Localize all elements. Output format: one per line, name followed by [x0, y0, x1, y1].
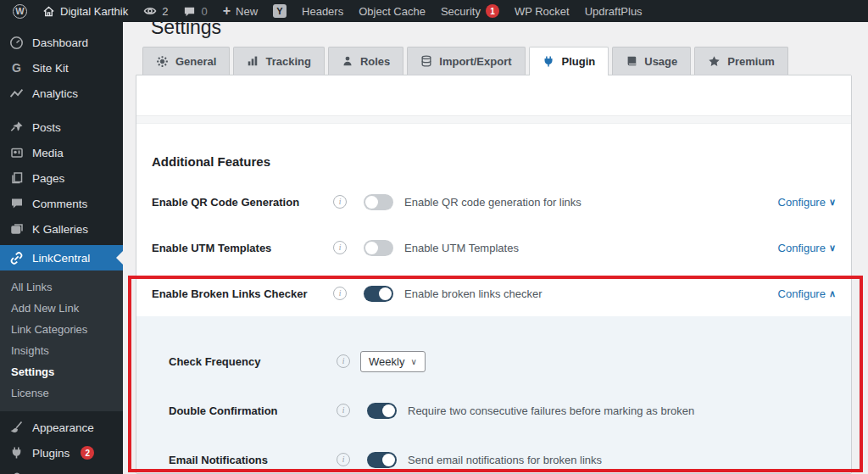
submenu-label: License: [11, 387, 49, 399]
menu-label: Security: [441, 5, 481, 18]
plug-icon: [542, 55, 555, 68]
submenu-label: Add New Link: [11, 302, 79, 315]
chevron-down-icon: ∨: [829, 197, 836, 208]
submenu-item-link-categories[interactable]: Link Categories: [0, 319, 123, 340]
tab-usage[interactable]: Usage: [612, 47, 691, 75]
configure-link-broken-links[interactable]: Configure ∧: [778, 287, 836, 300]
wordpress-logo-icon: W: [13, 4, 27, 19]
submenu-item-add-new-link[interactable]: Add New Link: [0, 298, 123, 319]
bar-chart-icon: [247, 55, 259, 67]
submenu-item-license[interactable]: License: [0, 382, 123, 404]
info-icon[interactable]: i: [337, 453, 350, 466]
sidebar-item-site-kit[interactable]: G Site Kit: [0, 55, 123, 81]
panel-divider: [136, 116, 851, 124]
submenu-label: Insights: [11, 344, 49, 357]
comments-icon: [8, 197, 25, 210]
new-label: New: [236, 5, 258, 18]
info-icon[interactable]: i: [333, 195, 347, 209]
sidebar-item-label: LinkCentral: [32, 252, 90, 265]
toggle-knob: [365, 196, 378, 209]
sidebar-item-linkcentral[interactable]: LinkCentral: [0, 245, 123, 270]
yoast-menu-item[interactable]: Y: [265, 0, 294, 22]
tab-label: Premium: [727, 55, 775, 68]
admin-bar-item-headers[interactable]: Headers: [294, 0, 351, 22]
info-icon[interactable]: i: [333, 241, 347, 254]
menu-label: WP Rocket: [515, 5, 570, 18]
info-icon[interactable]: i: [337, 354, 350, 368]
check-frequency-select[interactable]: Weekly ∨: [360, 351, 426, 372]
submenu-item-all-links[interactable]: All Links: [0, 276, 123, 298]
tab-plugin[interactable]: Plugin: [529, 47, 609, 75]
tab-import-export[interactable]: Import/Export: [407, 47, 525, 75]
admin-bar-item-security[interactable]: Security 1: [433, 0, 507, 22]
sidebar-item-pages[interactable]: Pages: [0, 165, 123, 191]
tab-label: Import/Export: [439, 55, 511, 68]
chevron-down-icon: ∨: [829, 243, 836, 254]
utm-templates-toggle[interactable]: [364, 240, 393, 256]
submenu-item-settings[interactable]: Settings: [0, 361, 123, 382]
admin-bar-item-wp-rocket[interactable]: WP Rocket: [507, 0, 577, 22]
comments-menu-item[interactable]: 0: [175, 0, 214, 22]
sidebar-item-k-galleries[interactable]: K Galleries: [0, 216, 123, 242]
wordpress-menu-button[interactable]: W: [5, 0, 35, 22]
cache-menu-item[interactable]: 2: [136, 0, 175, 22]
double-confirmation-toggle[interactable]: [367, 403, 397, 419]
sidebar-item-users[interactable]: Users: [0, 466, 123, 474]
configure-label: Configure: [778, 287, 826, 300]
tab-label: Plugin: [562, 55, 596, 68]
sidebar-item-label: Analytics: [32, 87, 78, 100]
broken-links-toggle[interactable]: [364, 286, 393, 302]
info-icon[interactable]: i: [337, 404, 350, 417]
tab-premium[interactable]: Premium: [694, 47, 788, 75]
sidebar-item-posts[interactable]: Posts: [0, 114, 123, 140]
tab-tracking[interactable]: Tracking: [233, 47, 324, 75]
tab-label: General: [175, 55, 216, 68]
toggle-knob: [379, 287, 392, 300]
toggle-knob: [365, 242, 378, 254]
cache-refresh-icon: [143, 4, 157, 18]
admin-sidebar: Dashboard G Site Kit Analytics Posts Med…: [0, 22, 123, 474]
feature-row-broken-links: Enable Broken Links Checker i Enable bro…: [136, 270, 851, 316]
database-icon: [420, 55, 432, 67]
sidebar-item-appearance[interactable]: Appearance: [0, 415, 123, 440]
main-content: Settings General Tracking Roles Import/E…: [123, 22, 868, 474]
pages-icon: [8, 171, 25, 185]
chevron-down-icon: ∨: [410, 357, 416, 366]
tab-general[interactable]: General: [142, 47, 230, 75]
menu-label: Object Cache: [359, 5, 426, 18]
configure-link-qr[interactable]: Configure ∨: [778, 196, 836, 209]
qr-code-toggle[interactable]: [364, 194, 393, 210]
sidebar-item-label: Comments: [32, 198, 87, 210]
sidebar-item-analytics[interactable]: Analytics: [0, 81, 123, 106]
security-badge: 1: [486, 4, 499, 18]
tab-label: Usage: [644, 55, 677, 68]
feature-description: Enable QR code generation for links: [404, 196, 581, 209]
configure-label: Configure: [778, 242, 826, 254]
configure-link-utm[interactable]: Configure ∨: [778, 242, 836, 254]
email-notifications-toggle[interactable]: [367, 452, 397, 468]
comment-bubble-icon: [183, 5, 196, 18]
sidebar-item-plugins[interactable]: Plugins 2: [0, 440, 123, 466]
admin-bar-item-updraftplus[interactable]: UpdraftPlus: [577, 0, 650, 22]
sidebar-item-comments[interactable]: Comments: [0, 191, 123, 216]
info-icon[interactable]: i: [333, 287, 347, 300]
tab-label: Roles: [360, 55, 390, 68]
sidebar-item-label: Plugins: [32, 447, 70, 460]
sidebar-item-media[interactable]: Media: [0, 140, 123, 165]
submenu-label: All Links: [11, 281, 52, 293]
new-content-button[interactable]: + New: [215, 0, 265, 22]
tab-roles[interactable]: Roles: [328, 47, 403, 75]
feature-label: Enable UTM Templates: [152, 242, 333, 254]
broken-links-settings-panel: Check Frequency i Weekly ∨ Double Confir…: [136, 316, 851, 474]
setting-row-email-notifications: Email Notifications i Send email notific…: [152, 435, 836, 474]
analytics-icon: [8, 86, 25, 101]
setting-label: Double Confirmation: [169, 404, 337, 417]
admin-bar-item-object-cache[interactable]: Object Cache: [351, 0, 433, 22]
home-icon: [42, 5, 55, 18]
sidebar-item-dashboard[interactable]: Dashboard: [0, 30, 123, 55]
site-home-link[interactable]: Digital Karthik: [35, 0, 136, 22]
plugins-icon: [8, 446, 25, 460]
submenu-item-insights[interactable]: Insights: [0, 340, 123, 361]
setting-description: Require two consecutive failures before …: [408, 404, 694, 417]
linkcentral-submenu: All Links Add New Link Link Categories I…: [0, 270, 123, 411]
